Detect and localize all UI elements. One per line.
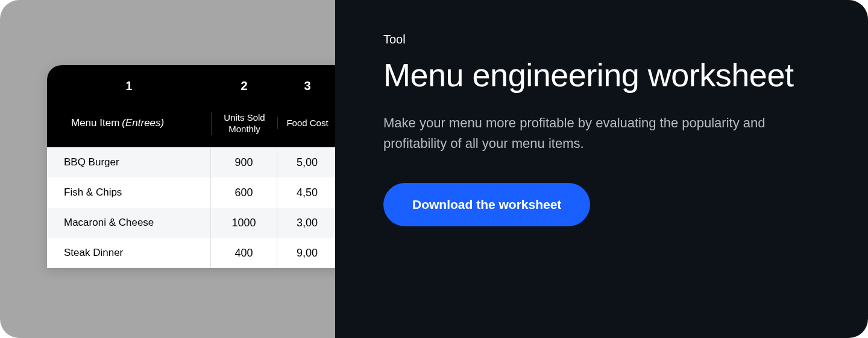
header-labels-row: Menu Item (Entrees) Units Sold Monthly F… [47,99,335,147]
cell-item: Steak Dinner [47,238,211,268]
col-label-food-cost: Food Cost [277,117,335,129]
col-number-3: 3 [277,65,335,99]
cell-cost: 4,50 [277,177,335,208]
col-number-2: 2 [211,65,277,99]
cell-cost: 5,00 [277,147,335,177]
cell-item: Fish & Chips [47,177,211,208]
cell-item: Macaroni & Cheese [47,208,211,238]
col-label-entrees: (Entrees) [122,117,164,129]
content-panel: Tool Menu engineering worksheet Make you… [335,0,868,338]
eyebrow-label: Tool [383,33,820,46]
promo-card: 1 2 3 Menu Item (Entrees) Units Sold Mon… [0,0,868,338]
col-number-1: 1 [47,65,211,99]
download-button[interactable]: Download the worksheet [383,183,590,226]
cell-cost: 3,00 [277,208,335,238]
cell-units: 600 [211,177,277,208]
cell-units: 900 [211,147,277,177]
header-numbers-row: 1 2 3 [47,65,335,99]
description-text: Make your menu more profitable by evalua… [383,113,817,154]
worksheet-preview: 1 2 3 Menu Item (Entrees) Units Sold Mon… [47,65,335,268]
cell-cost: 9,00 [277,238,335,268]
table-row: Steak Dinner 400 9,00 [47,238,335,268]
col-label-units-sold: Units Sold Monthly [211,112,277,135]
table-row: BBQ Burger 900 5,00 [47,147,335,177]
col-label-text: Menu Item [71,117,119,129]
page-title: Menu engineering worksheet [383,56,820,94]
preview-panel: 1 2 3 Menu Item (Entrees) Units Sold Mon… [0,0,335,338]
worksheet-header: 1 2 3 Menu Item (Entrees) Units Sold Mon… [47,65,335,147]
cell-units: 1000 [211,208,277,238]
cell-units: 400 [211,238,277,268]
table-row: Macaroni & Cheese 1000 3,00 [47,208,335,238]
worksheet-body: BBQ Burger 900 5,00 Fish & Chips 600 4,5… [47,147,335,268]
table-row: Fish & Chips 600 4,50 [47,177,335,208]
col-label-menu-item: Menu Item (Entrees) [47,117,211,129]
cell-item: BBQ Burger [47,147,211,177]
